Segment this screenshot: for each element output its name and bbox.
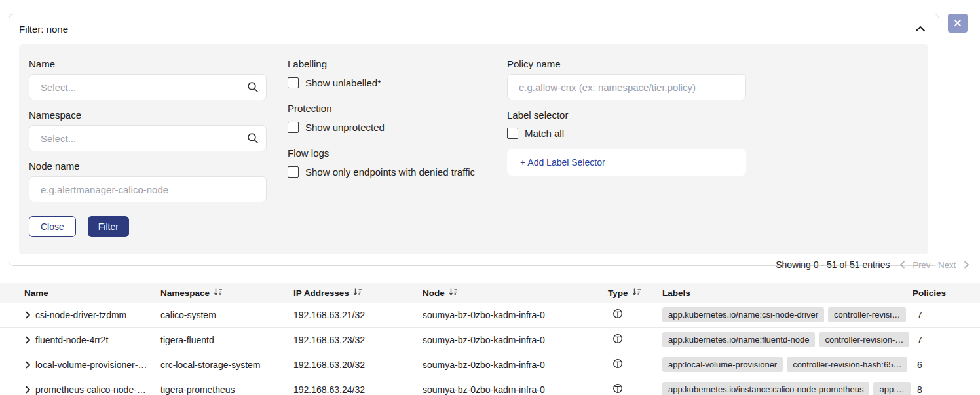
workload-endpoint-icon xyxy=(612,383,623,395)
filter-column-left: Name Namespace Node name Close Filt xyxy=(29,58,267,237)
pagination-bar: Showing 0 - 51 of 51 entries Prev Next xyxy=(776,259,970,270)
policies-count: 7 xyxy=(913,335,980,345)
filter-column-middle: Labelling Show unlabelled* Protection Sh… xyxy=(288,58,486,237)
endpoint-name: prometheus-calico-node-… xyxy=(35,385,146,395)
label-chip: app:local-volume-provisioner xyxy=(662,357,783,372)
endpoint-ip: 192.168.63.24/32 xyxy=(293,385,423,395)
protection-heading: Protection xyxy=(288,103,486,114)
column-header-name: Name xyxy=(0,288,160,298)
show-unprotected-checkbox[interactable] xyxy=(288,122,299,133)
match-all-checkbox[interactable] xyxy=(507,128,518,139)
denied-traffic-checkbox[interactable] xyxy=(288,166,299,178)
labelling-heading: Labelling xyxy=(288,58,486,69)
endpoint-ip: 192.168.63.21/32 xyxy=(293,310,423,320)
sort-icon[interactable] xyxy=(449,288,458,298)
endpoint-name: local-volume-provisioner-… xyxy=(35,360,147,370)
show-unlabelled-checkbox[interactable] xyxy=(288,77,299,88)
workload-endpoint-icon xyxy=(612,358,623,371)
table-row: fluentd-node-4rr2t tigera-fluentd 192.16… xyxy=(0,328,980,352)
denied-traffic-label: Show only endpoints with denied traffic xyxy=(305,166,475,178)
add-label-selector-button[interactable]: + Add Label Selector xyxy=(507,149,746,176)
column-header-policies: Policies xyxy=(913,288,980,298)
endpoint-ip: 192.168.63.20/32 xyxy=(293,360,423,370)
endpoint-namespace: crc-local-storage-system xyxy=(160,360,293,370)
column-header-node[interactable]: Node xyxy=(423,288,608,298)
endpoint-name: csi-node-driver-tzdmm xyxy=(35,310,126,320)
endpoint-namespace: tigera-fluentd xyxy=(160,335,293,345)
endpoints-table: Name Namespace IP Addresses Node Type La… xyxy=(0,283,980,395)
search-icon xyxy=(247,132,259,147)
flow-logs-heading: Flow logs xyxy=(288,147,486,159)
sort-icon[interactable] xyxy=(632,288,641,298)
endpoint-node: soumya-bz-0zbo-kadm-infra-0 xyxy=(423,310,608,320)
endpoint-node: soumya-bz-0zbo-kadm-infra-0 xyxy=(423,335,608,345)
filter-button[interactable]: Filter xyxy=(88,216,129,237)
filter-column-right: Policy name Label selector Match all + A… xyxy=(507,58,746,237)
filter-form: Name Namespace Node name Close Filt xyxy=(19,44,928,254)
label-chip: app.kubernetes.io/name:fluentd-node xyxy=(662,332,815,347)
column-header-type[interactable]: Type xyxy=(608,288,658,298)
show-unprotected-label: Show unprotected xyxy=(305,122,385,133)
expand-row-icon[interactable] xyxy=(25,386,31,394)
endpoint-namespace: calico-system xyxy=(160,310,293,320)
node-name-field-label: Node name xyxy=(29,160,267,172)
filter-panel-header: Filter: none xyxy=(19,23,928,35)
column-header-namespace[interactable]: Namespace xyxy=(160,288,293,298)
table-row: local-volume-provisioner-… crc-local-sto… xyxy=(0,352,980,377)
expand-row-icon[interactable] xyxy=(25,336,31,344)
endpoint-ip: 192.168.63.23/32 xyxy=(293,335,423,345)
endpoint-node: soumya-bz-0zbo-kadm-infra-0 xyxy=(423,360,608,370)
expand-row-icon[interactable] xyxy=(25,311,31,319)
node-name-input[interactable] xyxy=(29,176,267,202)
column-header-ip-addresses[interactable]: IP Addresses xyxy=(293,288,423,298)
sort-icon[interactable] xyxy=(214,288,223,298)
endpoint-name: fluentd-node-4rr2t xyxy=(35,335,108,345)
name-field-label: Name xyxy=(29,58,267,69)
endpoint-namespace: tigera-prometheus xyxy=(160,385,293,395)
filter-panel-title: Filter: none xyxy=(19,24,68,35)
collapse-panel-button[interactable] xyxy=(913,23,928,35)
chevron-up-icon xyxy=(915,24,926,34)
filter-panel: Filter: none Name Namespace xyxy=(9,14,939,266)
label-chip: controller-revision-… xyxy=(819,332,909,347)
entries-summary: Showing 0 - 51 of 51 entries xyxy=(776,259,890,270)
namespace-select-input[interactable] xyxy=(29,125,267,151)
policies-count: 6 xyxy=(913,360,980,370)
label-chip: app.kubernetes.io/name:csi-node-driver xyxy=(662,307,824,322)
sort-icon[interactable] xyxy=(353,288,362,298)
label-selector-heading: Label selector xyxy=(507,109,746,121)
expand-row-icon[interactable] xyxy=(25,361,31,369)
chevron-right-icon[interactable] xyxy=(964,261,970,269)
close-icon xyxy=(954,18,962,28)
chevron-left-icon[interactable] xyxy=(899,261,905,269)
next-page-link[interactable]: Next xyxy=(938,260,956,270)
close-button[interactable]: Close xyxy=(29,216,76,237)
workload-endpoint-icon xyxy=(612,333,623,346)
prev-page-link[interactable]: Prev xyxy=(913,260,931,270)
label-chip: controller-revision-hash:65… xyxy=(787,357,907,372)
workload-endpoint-icon xyxy=(612,309,623,321)
policy-name-input[interactable] xyxy=(507,74,746,100)
table-row: prometheus-calico-node-… tigera-promethe… xyxy=(0,377,980,395)
table-row: csi-node-driver-tzdmm calico-system 192.… xyxy=(0,303,980,328)
search-icon xyxy=(247,81,259,96)
panel-close-button[interactable] xyxy=(948,14,968,33)
column-header-labels: Labels xyxy=(658,288,913,298)
label-chip: app.kubernetes.io/instance:calico-node-p… xyxy=(662,382,869,395)
label-chip: controller-revisi… xyxy=(828,307,906,322)
match-all-label: Match all xyxy=(525,128,564,139)
name-select-input[interactable] xyxy=(29,74,267,100)
table-header-row: Name Namespace IP Addresses Node Type La… xyxy=(0,283,980,303)
label-chip: app.… xyxy=(873,382,910,395)
policy-name-field-label: Policy name xyxy=(507,58,746,69)
show-unlabelled-label: Show unlabelled* xyxy=(305,77,381,88)
policies-count: 7 xyxy=(913,310,980,320)
endpoint-node: soumya-bz-0zbo-kadm-infra-0 xyxy=(423,385,608,395)
policies-count: 8 xyxy=(913,385,980,395)
namespace-field-label: Namespace xyxy=(29,109,267,121)
